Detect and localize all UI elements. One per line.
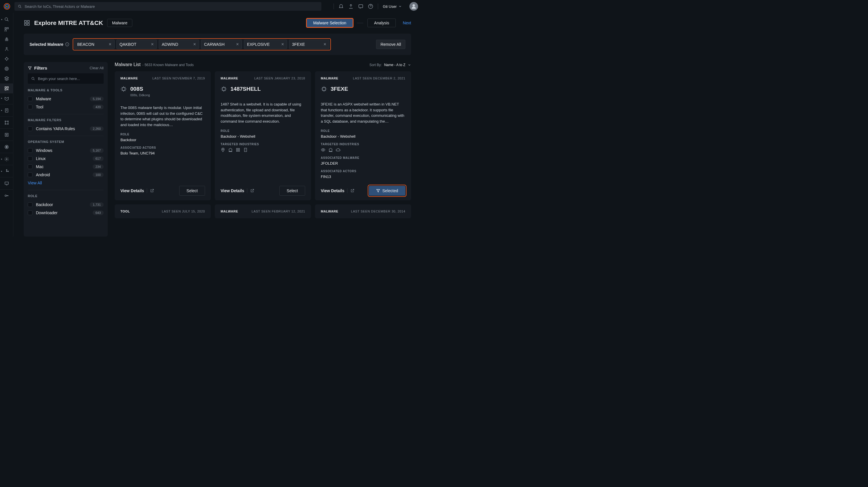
filter-search-input[interactable]: Begin your search here...: [28, 73, 104, 84]
external-link-icon[interactable]: [150, 189, 154, 193]
select-button[interactable]: Select: [179, 186, 205, 196]
svg-point-51: [322, 88, 326, 91]
filter-checkbox[interactable]: [28, 172, 32, 177]
view-all-link[interactable]: View All: [28, 179, 104, 187]
nav-scan[interactable]: [0, 130, 13, 141]
filter-label: Android: [36, 172, 50, 177]
svg-rect-49: [238, 150, 240, 151]
mitre-icon: [24, 20, 30, 26]
separator: [347, 189, 347, 193]
separator: [247, 189, 247, 193]
filter-checkbox[interactable]: [28, 164, 32, 169]
selected-button[interactable]: Selected: [369, 186, 405, 196]
view-details-link[interactable]: View Details: [120, 189, 144, 193]
next-link[interactable]: Next: [403, 21, 411, 25]
help-icon[interactable]: [368, 4, 373, 9]
filter-checkbox[interactable]: [28, 105, 32, 109]
filter-checkbox[interactable]: [28, 96, 32, 101]
search-icon: [18, 5, 22, 8]
user-menu[interactable]: Gti User: [383, 4, 402, 9]
filter-checkbox[interactable]: [28, 148, 32, 153]
filter-checkbox[interactable]: [28, 126, 32, 131]
external-link-icon[interactable]: [350, 189, 354, 193]
meta-label: ASSOCIATED ACTORS: [321, 170, 405, 173]
svg-point-13: [6, 38, 7, 39]
chip-remove-icon[interactable]: ×: [193, 42, 196, 47]
step-analysis[interactable]: Analysis: [367, 19, 396, 27]
chip-remove-icon[interactable]: ×: [281, 42, 284, 47]
nav-radial[interactable]: ▸: [0, 166, 13, 177]
filter-row[interactable]: Android100: [28, 171, 104, 179]
filter-row[interactable]: Contains YARA Rules2,260: [28, 125, 104, 133]
nav-dashboard[interactable]: [0, 24, 13, 34]
nav-graph[interactable]: [0, 118, 13, 129]
svg-point-22: [5, 121, 6, 122]
filter-row[interactable]: Tool439: [28, 103, 104, 111]
view-details-link[interactable]: View Details: [221, 189, 244, 193]
chip-label: 3FEXE: [292, 42, 305, 47]
nav-record[interactable]: [0, 142, 13, 153]
chip-remove-icon[interactable]: ×: [236, 42, 239, 47]
view-details-link[interactable]: View Details: [321, 189, 344, 193]
filter-checkbox[interactable]: [28, 202, 32, 207]
remove-all-button[interactable]: Remove All: [376, 40, 405, 49]
filter-label: Contains YARA Rules: [36, 126, 75, 131]
sort-dropdown[interactable]: Sort By: Name - A to Z: [369, 63, 411, 67]
app-logo[interactable]: [3, 3, 10, 10]
chip-remove-icon[interactable]: ×: [323, 42, 326, 47]
select-button[interactable]: Select: [279, 186, 305, 196]
chevron-down-icon: [408, 63, 411, 67]
selected-chip: BEACON×: [74, 40, 115, 49]
card-type: MALWARE: [321, 77, 338, 80]
nav-actors[interactable]: [0, 34, 13, 44]
side-navigation: ▾ ▸ ▸ ▸ ▸: [0, 13, 13, 236]
nav-settings-1[interactable]: ▸: [0, 93, 13, 104]
upload-icon[interactable]: [348, 4, 353, 9]
filter-row[interactable]: Backdoor1,731: [28, 201, 104, 209]
external-link-icon[interactable]: [250, 189, 254, 193]
list-subtitle: - 5633 Known Malware and Tools: [143, 63, 194, 67]
global-search-input[interactable]: Search for IoCs, Threat Actors or Malwar…: [14, 2, 321, 11]
svg-rect-20: [5, 89, 6, 90]
svg-line-4: [20, 7, 21, 8]
filter-row[interactable]: Windows5,167: [28, 146, 104, 154]
filter-row[interactable]: Linux617: [28, 154, 104, 163]
nav-doc[interactable]: ▸: [0, 106, 13, 117]
clear-all-button[interactable]: Clear All: [90, 66, 104, 70]
last-seen: LAST SEEN DECEMBER 2, 2021: [353, 77, 405, 80]
nav-actors-2[interactable]: [0, 44, 13, 54]
nav-key[interactable]: [0, 191, 13, 201]
svg-point-32: [6, 169, 7, 170]
svg-rect-48: [237, 150, 238, 151]
industry-icons: [221, 147, 305, 152]
filter-label: Downloader: [36, 210, 58, 215]
nav-bug[interactable]: [0, 54, 13, 64]
filter-checkbox[interactable]: [28, 210, 32, 215]
filter-checkbox[interactable]: [28, 156, 32, 161]
svg-rect-37: [28, 21, 29, 22]
bell-icon[interactable]: [338, 4, 344, 9]
filter-row[interactable]: Mac234: [28, 163, 104, 171]
chip-remove-icon[interactable]: ×: [151, 42, 153, 47]
divider: [334, 3, 334, 9]
step-connector: [357, 23, 363, 23]
filter-row[interactable]: Downloader643: [28, 209, 104, 217]
chip-remove-icon[interactable]: ×: [108, 42, 111, 47]
chat-icon[interactable]: [358, 4, 363, 9]
nav-monitor[interactable]: [0, 178, 13, 190]
step-malware-selection[interactable]: Malware Selection: [307, 19, 353, 27]
filter-label: Backdoor: [36, 202, 53, 207]
nav-mitre[interactable]: [0, 84, 13, 93]
filter-count: 234: [93, 164, 104, 169]
filter-row[interactable]: Malware5,194: [28, 95, 104, 103]
svg-point-44: [222, 88, 225, 91]
nav-gear[interactable]: ▸: [0, 154, 13, 165]
info-icon[interactable]: [65, 42, 69, 47]
role-value: Backdoor: [120, 138, 205, 142]
nav-layers[interactable]: [0, 74, 13, 84]
avatar[interactable]: [409, 2, 418, 11]
card-type: TOOL: [120, 209, 130, 213]
svg-rect-50: [244, 148, 247, 152]
nav-target[interactable]: [0, 64, 13, 74]
nav-search[interactable]: ▾: [0, 15, 13, 24]
